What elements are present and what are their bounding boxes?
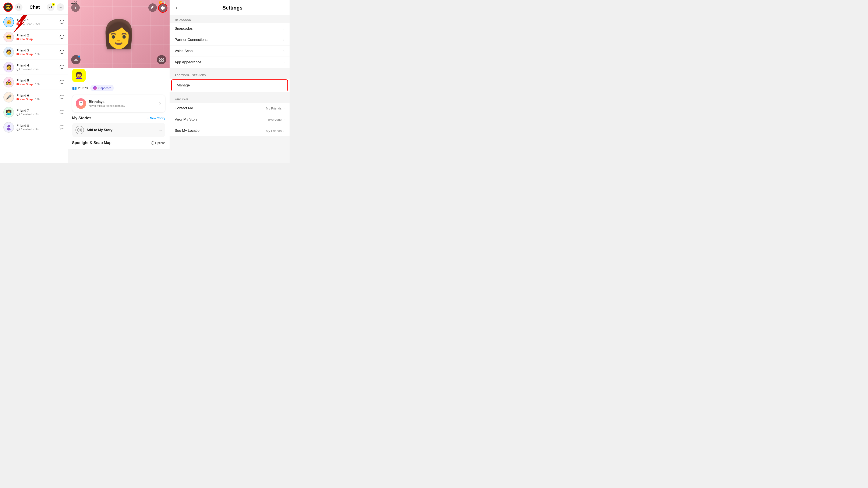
profile-snap-icon: 👩‍🦱 [72, 69, 86, 82]
settings-back-button[interactable]: ‹ [175, 4, 178, 11]
spotlight-options-button[interactable]: i Options [151, 141, 165, 145]
app-appearance-label: App Appearance [175, 60, 283, 64]
chat-status: New Snap · 25m [17, 23, 57, 26]
zodiac-icon: ♑ [93, 86, 97, 90]
svg-point-13 [80, 102, 81, 103]
chat-panel: 😎 Chat 1 [0, 0, 68, 163]
birthday-icon [76, 98, 86, 109]
chat-item[interactable]: 👩 Friend 4 💬 Received · 14h 💬 [0, 60, 68, 75]
svg-point-8 [7, 128, 10, 130]
svg-rect-10 [162, 58, 163, 60]
profile-content: 👩‍🦱 👥 23,373 ♑ Capricorn [68, 64, 169, 149]
chat-status: 💬 Received · 18h [17, 113, 57, 116]
svg-point-15 [78, 128, 82, 132]
chat-info: Friend 6 New Snap · 17h [17, 94, 57, 101]
search-icon [17, 5, 20, 9]
manage-item[interactable]: Manage › [171, 79, 288, 91]
app-appearance-item[interactable]: App Appearance › [169, 57, 289, 68]
add-story-row[interactable]: Add to My Story ··· [72, 123, 165, 137]
manage-chevron: › [281, 84, 282, 87]
camera-circle-icon [77, 128, 82, 133]
stories-section: My Stories + New Story Add to My Story ·… [72, 116, 165, 137]
back-chevron-icon: ‹ [176, 5, 177, 10]
chat-action-icon[interactable]: 💬 [60, 125, 64, 130]
contact-me-item[interactable]: Contact Me My Friends › [169, 103, 289, 114]
chat-item[interactable]: 💑 Friend 5 New Snap · 16h 💬 [0, 75, 68, 90]
see-location-value: My Friends [266, 129, 281, 133]
chat-avatar [3, 122, 14, 133]
chat-status: 💬 Received · 19h [17, 128, 57, 131]
chat-info: Friend 7 💬 Received · 18h [17, 109, 57, 116]
outfit-button[interactable] [71, 55, 81, 64]
svg-point-16 [79, 129, 81, 131]
share-icon [151, 6, 155, 9]
chat-action-icon[interactable]: 💬 [60, 80, 64, 85]
chat-action-icon[interactable]: 💬 [60, 95, 64, 100]
my-account-section: MY ACCOUNT Snapcodes › Partner Connectio… [169, 15, 289, 68]
see-location-chevron: › [283, 129, 284, 133]
see-location-item[interactable]: See My Location My Friends › [169, 125, 289, 136]
add-story-more-button[interactable]: ··· [159, 128, 162, 132]
add-story-label: Add to My Story [87, 128, 156, 132]
chat-info: Friend 8 💬 Received · 19h [17, 124, 57, 131]
status-label: Received [21, 113, 32, 116]
add-friend-button[interactable]: 1 [47, 3, 55, 11]
zodiac-badge[interactable]: ♑ Capricorn [90, 85, 114, 91]
info-icon: i [151, 141, 154, 145]
add-friend-icon [49, 5, 53, 9]
chat-action-icon[interactable]: 💬 [60, 35, 64, 39]
chat-action-icon[interactable]: 💬 [60, 65, 64, 69]
svg-rect-9 [160, 58, 161, 60]
chat-status: New Snap · 17h [17, 98, 57, 101]
user-avatar[interactable]: 😎 [3, 3, 13, 12]
profile-panel: 1:00 📶 🔋 ‹ 👩 [68, 0, 169, 163]
chat-item[interactable]: 🧑 Friend 3 New Snap · 16h 💬 [0, 45, 68, 60]
time-label: · 14h [33, 68, 39, 71]
bitmoji-figure: 👩 [101, 20, 136, 48]
snapcodes-chevron: › [283, 27, 284, 31]
partner-connections-item[interactable]: Partner Connections › [169, 34, 289, 45]
chat-action-icon[interactable]: 💬 [60, 20, 64, 24]
chat-item[interactable]: 😎 Friend 2 New Snap 💬 [0, 30, 68, 45]
chat-item[interactable]: Friend 8 💬 Received · 19h 💬 [0, 120, 68, 135]
birthday-title: Birthdays [89, 100, 156, 104]
time-label: · 16h [33, 83, 40, 86]
snapcodes-item[interactable]: Snapcodes › [169, 23, 289, 34]
my-account-header: MY ACCOUNT [169, 15, 289, 23]
svg-point-2 [59, 7, 60, 8]
see-location-label: See My Location [175, 129, 266, 133]
chat-action-icon[interactable]: 💬 [60, 50, 64, 55]
chat-item[interactable]: 👩‍💻 Friend 7 💬 Received · 18h 💬 [0, 105, 68, 120]
svg-point-7 [7, 125, 10, 128]
svg-rect-12 [162, 60, 163, 62]
time-label: · 16h [33, 53, 40, 56]
chat-status: New Snap [17, 37, 57, 41]
profile-back-button[interactable]: ‹ [71, 3, 80, 12]
chat-status: 💬 Received · 14h [17, 68, 57, 71]
app-appearance-chevron: › [283, 60, 284, 64]
camera-roll-button[interactable] [157, 55, 166, 64]
svg-text:i: i [152, 142, 153, 144]
birthday-close-button[interactable]: ✕ [159, 101, 162, 106]
chat-item[interactable]: 🐱 Friend 1 New Snap · 25m 💬 [0, 14, 68, 30]
profile-share-button[interactable] [148, 3, 157, 12]
search-button[interactable] [15, 3, 23, 11]
profile-settings-button[interactable] [158, 3, 167, 13]
voice-scan-item[interactable]: Voice Scan › [169, 45, 289, 57]
view-story-item[interactable]: View My Story Everyone › [169, 114, 289, 125]
chat-item[interactable]: 🎤 Friend 6 New Snap · 17h 💬 [0, 90, 68, 105]
person-silhouette [5, 124, 12, 130]
more-options-button[interactable] [57, 3, 64, 11]
settings-title: Settings [180, 5, 284, 11]
chat-action-icon[interactable]: 💬 [60, 110, 64, 115]
new-story-button[interactable]: + New Story [147, 116, 165, 120]
user-avatar-emoji: 😎 [5, 4, 11, 10]
spotlight-header: Spotlight & Snap Map i Options [72, 141, 165, 145]
received-indicator: 💬 [17, 113, 20, 116]
chat-info: Friend 5 New Snap · 16h [17, 78, 57, 86]
view-story-chevron: › [283, 118, 284, 121]
new-story-label: + New Story [147, 116, 165, 120]
voice-scan-chevron: › [283, 49, 284, 53]
hanger-icon [73, 57, 78, 62]
partner-connections-chevron: › [283, 38, 284, 42]
